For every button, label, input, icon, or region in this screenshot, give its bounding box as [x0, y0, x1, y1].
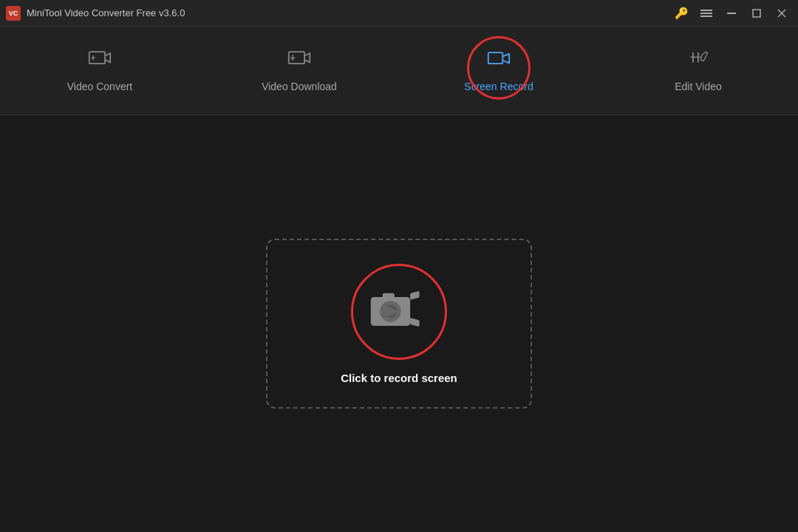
svg-rect-6	[753, 10, 760, 17]
tab-video-download[interactable]: Video Download	[200, 27, 399, 115]
svg-text:VC: VC	[9, 10, 18, 17]
title-bar: VC MiniTool Video Converter Free v3.6.0 …	[0, 0, 798, 27]
tab-edit-video[interactable]: Edit Video	[598, 27, 798, 115]
record-label: Click to record screen	[341, 372, 457, 384]
tab-video-convert[interactable]: Video Convert	[0, 27, 200, 115]
title-bar-left: VC MiniTool Video Converter Free v3.6.0	[6, 6, 185, 21]
menu-button[interactable]	[696, 5, 717, 21]
screen-record-icon	[487, 49, 511, 73]
record-icon-inner	[369, 290, 429, 334]
camera-play-icon	[369, 290, 429, 334]
nav-bar: Video Convert Video Download Screen Reco…	[0, 27, 798, 115]
tab-screen-record-label: Screen Record	[464, 81, 533, 92]
main-content: Click to record screen	[0, 115, 798, 532]
title-bar-controls: 🔑	[671, 5, 792, 21]
app-logo-icon: VC	[6, 6, 21, 21]
minimize-button[interactable]	[721, 5, 742, 21]
record-area[interactable]: Click to record screen	[266, 239, 532, 409]
svg-rect-20	[410, 318, 419, 327]
video-download-icon	[287, 49, 311, 73]
close-button[interactable]	[771, 5, 792, 21]
tab-edit-video-label: Edit Video	[675, 81, 722, 92]
edit-video-icon	[686, 49, 710, 73]
svg-rect-19	[410, 290, 419, 299]
tab-video-download-label: Video Download	[262, 81, 337, 92]
video-convert-icon	[88, 49, 112, 73]
app-title: MiniTool Video Converter Free v3.6.0	[27, 7, 185, 18]
record-button-circle[interactable]	[351, 264, 447, 360]
svg-rect-14	[488, 52, 503, 64]
minimize-icon	[727, 13, 736, 14]
tab-video-convert-label: Video Convert	[67, 81, 132, 92]
maximize-button[interactable]	[746, 5, 767, 21]
svg-rect-18	[383, 293, 395, 298]
menu-icon	[700, 9, 712, 18]
maximize-icon	[752, 9, 761, 18]
tab-screen-record[interactable]: Screen Record	[399, 27, 598, 115]
key-icon-button[interactable]: 🔑	[671, 5, 692, 21]
close-icon	[777, 9, 786, 18]
